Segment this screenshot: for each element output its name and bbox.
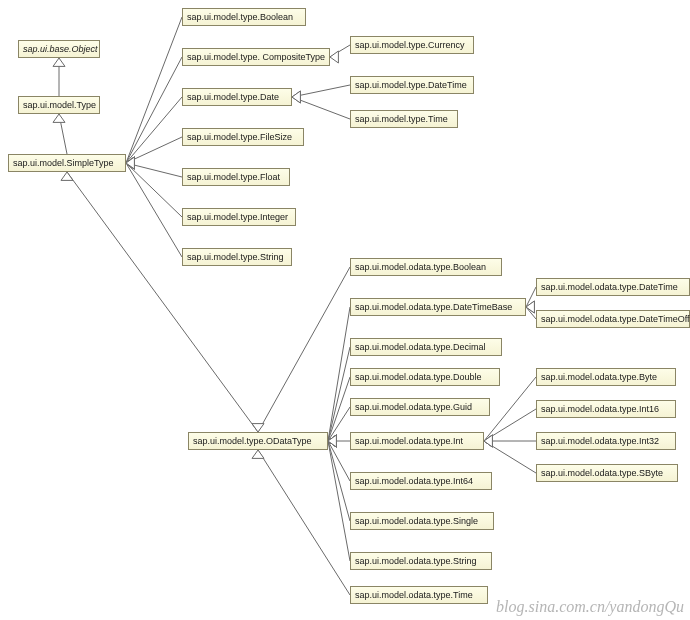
svg-marker-49 xyxy=(526,301,534,313)
svg-line-42 xyxy=(328,441,350,561)
svg-line-38 xyxy=(328,441,350,481)
svg-line-24 xyxy=(292,97,350,119)
class-currency: sap.ui.model.type.Currency xyxy=(350,36,474,54)
svg-marker-17 xyxy=(126,157,134,169)
svg-line-8 xyxy=(126,97,182,163)
watermark: blog.sina.com.cn/yandongQu xyxy=(496,598,684,616)
svg-line-12 xyxy=(126,163,182,177)
svg-marker-43 xyxy=(328,435,336,447)
svg-marker-45 xyxy=(252,450,264,458)
class-oInt32: sap.ui.model.odata.type.Int32 xyxy=(536,432,676,450)
class-string: sap.ui.model.type.String xyxy=(182,248,292,266)
svg-marker-51 xyxy=(484,435,492,447)
class-boolean: sap.ui.model.type.Boolean xyxy=(182,8,306,26)
svg-marker-55 xyxy=(484,435,492,447)
svg-line-4 xyxy=(126,17,182,163)
svg-line-22 xyxy=(292,85,350,97)
svg-line-50 xyxy=(484,377,536,441)
class-simpleType: sap.ui.model.SimpleType xyxy=(8,154,126,172)
class-odataType: sap.ui.model.type.ODataType xyxy=(188,432,328,450)
svg-marker-29 xyxy=(328,435,336,447)
svg-marker-15 xyxy=(126,157,134,169)
svg-line-44 xyxy=(258,450,350,595)
class-oString: sap.ui.model.odata.type.String xyxy=(350,552,492,570)
svg-marker-21 xyxy=(330,51,338,63)
class-oDateTime: sap.ui.model.odata.type.DateTime xyxy=(536,278,690,296)
svg-marker-5 xyxy=(126,157,134,169)
class-compositeType: sap.ui.model.type. CompositeType xyxy=(182,48,330,66)
svg-line-30 xyxy=(328,347,350,441)
class-type: sap.ui.model.Type xyxy=(18,96,100,114)
class-dateTime: sap.ui.model.type.DateTime xyxy=(350,76,474,94)
class-oInt16: sap.ui.model.odata.type.Int16 xyxy=(536,400,676,418)
svg-line-52 xyxy=(484,409,536,441)
class-object: sap.ui.base.Object xyxy=(18,40,100,58)
svg-line-26 xyxy=(258,267,350,432)
class-date: sap.ui.model.type.Date xyxy=(182,88,292,106)
svg-marker-37 xyxy=(328,435,336,447)
class-integer: sap.ui.model.type.Integer xyxy=(182,208,296,226)
svg-marker-41 xyxy=(328,435,336,447)
svg-line-2 xyxy=(59,114,67,154)
svg-marker-9 xyxy=(126,157,134,169)
svg-marker-23 xyxy=(292,91,300,103)
svg-marker-35 xyxy=(328,435,336,447)
class-oGuid: sap.ui.model.odata.type.Guid xyxy=(350,398,490,416)
svg-marker-57 xyxy=(484,435,492,447)
class-float: sap.ui.model.type.Float xyxy=(182,168,290,186)
class-oSByte: sap.ui.model.odata.type.SByte xyxy=(536,464,678,482)
svg-marker-33 xyxy=(328,435,336,447)
svg-line-32 xyxy=(328,377,350,441)
class-oTime: sap.ui.model.odata.type.Time xyxy=(350,586,488,604)
svg-line-14 xyxy=(126,163,182,217)
class-oInt64: sap.ui.model.odata.type.Int64 xyxy=(350,472,492,490)
svg-line-6 xyxy=(126,57,182,163)
svg-line-20 xyxy=(330,45,350,57)
svg-line-28 xyxy=(328,307,350,441)
svg-line-48 xyxy=(526,307,536,319)
svg-marker-47 xyxy=(526,301,534,313)
svg-marker-13 xyxy=(126,157,134,169)
class-oInt: sap.ui.model.odata.type.Int xyxy=(350,432,484,450)
svg-marker-3 xyxy=(53,114,65,122)
class-oBoolean: sap.ui.model.odata.type.Boolean xyxy=(350,258,502,276)
svg-marker-27 xyxy=(252,424,264,432)
class-oDecimal: sap.ui.model.odata.type.Decimal xyxy=(350,338,502,356)
class-time: sap.ui.model.type.Time xyxy=(350,110,458,128)
svg-marker-7 xyxy=(126,157,134,169)
class-fileSize: sap.ui.model.type.FileSize xyxy=(182,128,304,146)
svg-marker-53 xyxy=(484,435,492,447)
class-oDateTimeOffset: sap.ui.model.odata.type.DateTimeOffset xyxy=(536,310,690,328)
svg-marker-11 xyxy=(126,157,134,169)
svg-marker-31 xyxy=(328,435,336,447)
svg-line-34 xyxy=(328,407,350,441)
svg-marker-1 xyxy=(53,58,65,66)
class-oSingle: sap.ui.model.odata.type.Single xyxy=(350,512,494,530)
svg-marker-25 xyxy=(292,91,300,103)
svg-line-16 xyxy=(126,163,182,257)
class-oByte: sap.ui.model.odata.type.Byte xyxy=(536,368,676,386)
svg-marker-39 xyxy=(328,435,336,447)
svg-line-10 xyxy=(126,137,182,163)
svg-line-46 xyxy=(526,287,536,307)
svg-marker-19 xyxy=(61,172,73,180)
class-oDouble: sap.ui.model.odata.type.Double xyxy=(350,368,500,386)
svg-line-40 xyxy=(328,441,350,521)
svg-line-56 xyxy=(484,441,536,473)
class-oDateTimeBase: sap.ui.model.odata.type.DateTimeBase xyxy=(350,298,526,316)
